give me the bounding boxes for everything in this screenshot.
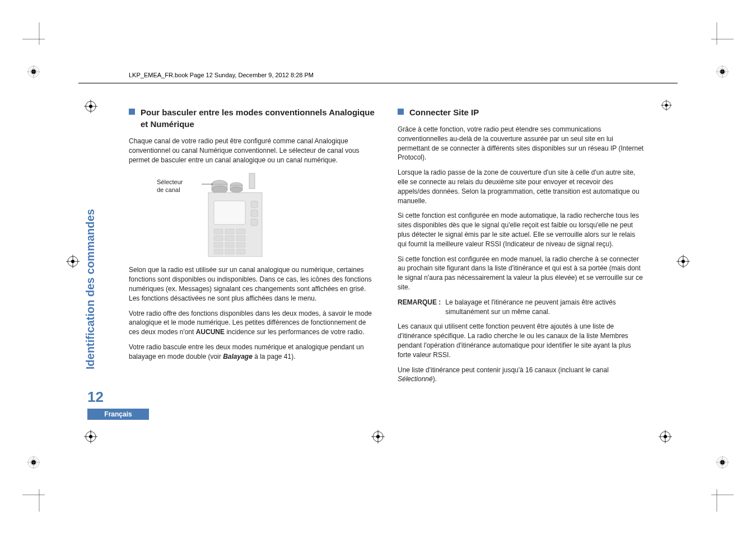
svg-rect-73 <box>214 242 223 247</box>
heading-analog-digital: Pour basculer entre les modes convention… <box>129 106 375 130</box>
paragraph: Selon que la radio est utilisée sur un c… <box>129 265 375 303</box>
remark-text: Le balayage et l'itinérance ne peuvent j… <box>445 298 644 317</box>
paragraph: Votre radio offre des fonctions disponib… <box>129 309 375 337</box>
registration-cross-icon <box>371 430 385 443</box>
label-line1: Sélecteur <box>157 179 183 185</box>
svg-rect-56 <box>249 173 255 189</box>
language-footer: Français <box>87 409 149 420</box>
page-number: 12 <box>87 388 104 406</box>
crop-mark-tl <box>22 22 56 56</box>
paragraph: Chaque canal de votre radio peut être co… <box>129 137 375 165</box>
heading-text: Pour basculer entre les modes convention… <box>141 106 375 130</box>
registration-cross-icon <box>659 430 672 443</box>
paragraph: Si cette fonction est configurée en mode… <box>398 255 644 292</box>
registration-mark-icon <box>716 65 729 78</box>
remark-block: REMARQUE : Le balayage et l'itinérance n… <box>398 298 644 317</box>
svg-rect-65 <box>251 210 258 217</box>
paragraph: Votre radio bascule entre les deux modes… <box>129 343 375 362</box>
radio-illustration: Sélecteur de canal <box>162 173 274 257</box>
paragraph: Une liste d'itinérance peut contenir jus… <box>398 366 644 385</box>
heading-bullet-icon <box>129 109 135 115</box>
radio-device-icon <box>202 173 269 257</box>
paragraph: Grâce à cette fonction, votre radio peut… <box>398 125 644 162</box>
registration-mark-icon <box>27 456 40 469</box>
italic-bold-ref: Balayage <box>223 353 253 360</box>
text-span: à la page 41). <box>253 353 296 360</box>
text-span: ). <box>433 375 437 383</box>
heading-bullet-icon <box>398 109 404 115</box>
remark-label: REMARQUE : <box>398 298 441 317</box>
registration-cross-icon <box>84 430 97 443</box>
svg-rect-78 <box>236 249 245 254</box>
registration-mark-icon <box>27 65 40 78</box>
label-line2: de canal <box>157 186 180 193</box>
text-span: incidence sur les performances de votre … <box>225 328 364 336</box>
bold-text: AUCUNE <box>196 328 225 336</box>
svg-rect-68 <box>225 229 234 234</box>
left-column: Pour basculer entre les modes convention… <box>129 106 375 390</box>
registration-mark-icon <box>716 456 729 469</box>
header-divider <box>78 83 678 83</box>
right-column: Connecter Site IP Grâce à cette fonction… <box>398 106 644 390</box>
svg-point-62 <box>230 187 242 193</box>
svg-rect-63 <box>214 201 245 224</box>
italic-text: Sélectionné <box>398 375 433 383</box>
paragraph: Si cette fonction est configurée en mode… <box>398 211 644 249</box>
heading-text: Connecter Site IP <box>409 106 479 118</box>
svg-rect-70 <box>214 236 223 241</box>
book-header-info: LKP_EMEA_FR.book Page 12 Sunday, Decembe… <box>129 72 314 78</box>
svg-rect-71 <box>225 236 234 241</box>
crop-mark-br <box>700 478 734 512</box>
sidebar-section-title: Identification des commandes <box>84 209 97 369</box>
heading-site-ip: Connecter Site IP <box>398 106 644 118</box>
crop-mark-bl <box>22 478 56 512</box>
svg-rect-67 <box>214 229 223 234</box>
registration-cross-icon <box>84 100 97 113</box>
svg-rect-74 <box>225 242 234 247</box>
svg-rect-72 <box>236 236 245 241</box>
text-span: Une liste d'itinérance peut contenir jus… <box>398 366 609 374</box>
radio-selector-label: Sélecteur de canal <box>157 179 183 193</box>
svg-rect-75 <box>236 242 245 247</box>
paragraph: Les canaux qui utilisent cette fonction … <box>398 322 644 359</box>
svg-rect-76 <box>214 249 223 254</box>
registration-cross-icon <box>66 255 80 268</box>
svg-rect-69 <box>236 229 245 234</box>
svg-rect-64 <box>251 201 258 208</box>
paragraph: Lorsque la radio passe de la zone de cou… <box>398 168 644 205</box>
svg-rect-77 <box>225 249 234 254</box>
svg-rect-66 <box>251 219 258 226</box>
crop-mark-tr <box>700 22 734 56</box>
